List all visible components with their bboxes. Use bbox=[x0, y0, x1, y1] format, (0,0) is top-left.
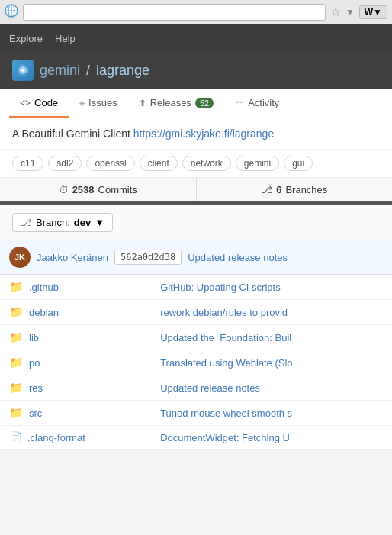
globe-icon bbox=[5, 4, 18, 20]
commits-stat[interactable]: ⏱ 2538 Commits bbox=[0, 178, 197, 201]
repo-name-link[interactable]: lagrange bbox=[96, 63, 149, 79]
commit-row: JK Jaakko Keränen 562a0d2d38 Updated rel… bbox=[0, 240, 392, 275]
branch-area: ⎇ Branch: dev ▼ bbox=[0, 205, 392, 240]
tab-code[interactable]: <> Code bbox=[9, 89, 69, 118]
chevron-down-icon[interactable]: ▼ bbox=[345, 7, 355, 18]
star-icon[interactable]: ☆ bbox=[330, 5, 341, 19]
folder-icon: 📁 bbox=[9, 381, 24, 395]
folder-icon: 📁 bbox=[9, 406, 24, 420]
table-row: 📁 src Tuned mouse wheel smooth s bbox=[0, 401, 392, 426]
branch-chevron-icon: ▼ bbox=[95, 217, 104, 228]
tag-client[interactable]: client bbox=[140, 156, 178, 171]
stats-bar: ⏱ 2538 Commits ⎇ 6 Branches bbox=[0, 178, 392, 203]
file-name-link[interactable]: po bbox=[29, 357, 40, 369]
releases-badge: 52 bbox=[195, 98, 214, 108]
commits-icon: ⏱ bbox=[59, 184, 69, 195]
folder-icon: 📁 bbox=[9, 356, 24, 369]
file-name-link[interactable]: res bbox=[29, 382, 43, 394]
commits-label: Commits bbox=[98, 184, 137, 195]
branches-label: Branches bbox=[285, 184, 327, 195]
main-content: A Beautiful Gemini Client https://gmi.sk… bbox=[0, 118, 392, 450]
file-message-link[interactable]: Updated release notes bbox=[160, 382, 328, 394]
explore-link[interactable]: Explore bbox=[9, 33, 43, 44]
table-row: 📁 res Updated release notes bbox=[0, 375, 392, 401]
file-name-link[interactable]: debian bbox=[29, 307, 59, 318]
table-row: 📄 .clang-format DocumentWidget: Fetching… bbox=[0, 426, 392, 450]
folder-icon: 📁 bbox=[9, 330, 24, 344]
branch-name: dev bbox=[74, 217, 91, 228]
table-row: 📁 .github GitHub: Updating CI scripts bbox=[0, 275, 392, 300]
folder-icon: 📁 bbox=[9, 305, 24, 319]
table-row: 📁 debian rework debian/rules to provid bbox=[0, 300, 392, 325]
issues-icon: ⎈ bbox=[79, 98, 85, 108]
avatar: JK bbox=[9, 247, 31, 268]
description-text: A Beautiful Gemini Client bbox=[12, 127, 130, 140]
tag-gui[interactable]: gui bbox=[284, 156, 313, 171]
wikipedia-button[interactable]: W▼ bbox=[359, 5, 387, 19]
help-link[interactable]: Help bbox=[55, 33, 76, 44]
repo-header: gemini / lagrange bbox=[0, 52, 392, 89]
avatar-initials: JK bbox=[9, 247, 31, 268]
folder-icon: 📁 bbox=[9, 280, 24, 294]
file-message-link[interactable]: Updated the_Foundation: Buil bbox=[160, 332, 328, 343]
url-input[interactable]: https://git.skyjake.fi/gemini/lagrange bbox=[23, 4, 326, 21]
activity-icon: 〰 bbox=[235, 98, 244, 108]
code-icon: <> bbox=[20, 98, 31, 108]
tag-network[interactable]: network bbox=[182, 156, 231, 171]
tab-bar: <> Code ⎈ Issues ⬆ Releases 52 〰 Activit… bbox=[0, 89, 392, 118]
svg-point-6 bbox=[21, 69, 24, 72]
branches-icon: ⎇ bbox=[261, 184, 272, 195]
top-nav: Explore Help bbox=[0, 24, 392, 52]
tab-activity[interactable]: 〰 Activity bbox=[224, 89, 290, 118]
table-row: 📁 lib Updated the_Foundation: Buil bbox=[0, 325, 392, 350]
file-message-link[interactable]: Tuned mouse wheel smooth s bbox=[160, 408, 328, 419]
branch-selector[interactable]: ⎇ Branch: dev ▼ bbox=[12, 213, 113, 232]
tag-openssl[interactable]: openssl bbox=[86, 156, 134, 171]
file-name-link[interactable]: src bbox=[29, 408, 42, 419]
repo-icon bbox=[12, 60, 34, 81]
file-table: JK Jaakko Keränen 562a0d2d38 Updated rel… bbox=[0, 240, 392, 450]
tag-list: c11 sdl2 openssl client network gemini g… bbox=[0, 150, 392, 178]
branches-count: 6 bbox=[276, 184, 281, 195]
commit-author-link[interactable]: Jaakko Keränen bbox=[37, 252, 108, 263]
file-name-link[interactable]: .github bbox=[29, 282, 59, 293]
repo-owner-link[interactable]: gemini bbox=[40, 63, 80, 79]
file-message-link[interactable]: Translated using Weblate (Slo bbox=[160, 357, 328, 369]
branch-icon: ⎇ bbox=[21, 217, 32, 228]
tag-sdl2[interactable]: sdl2 bbox=[48, 156, 82, 171]
file-message-link[interactable]: rework debian/rules to provid bbox=[160, 307, 328, 318]
branch-label: Branch: bbox=[36, 217, 70, 228]
repo-separator: / bbox=[86, 63, 90, 79]
file-name-link[interactable]: lib bbox=[29, 332, 39, 343]
tag-c11[interactable]: c11 bbox=[12, 156, 43, 171]
tab-issues[interactable]: ⎈ Issues bbox=[69, 89, 128, 118]
description-link[interactable]: https://gmi.skyjake.fi/lagrange bbox=[133, 127, 274, 140]
commit-hash[interactable]: 562a0d2d38 bbox=[114, 250, 182, 265]
tab-releases[interactable]: ⬆ Releases 52 bbox=[128, 89, 224, 118]
file-name-link[interactable]: .clang-format bbox=[27, 432, 85, 443]
file-table-wrap: JK Jaakko Keränen 562a0d2d38 Updated rel… bbox=[0, 240, 392, 450]
releases-icon: ⬆ bbox=[139, 98, 146, 108]
table-row: 📁 po Translated using Weblate (Slo bbox=[0, 350, 392, 375]
file-message-link[interactable]: GitHub: Updating CI scripts bbox=[160, 282, 328, 293]
commit-message-link[interactable]: Updated release notes bbox=[188, 252, 288, 263]
repo-description: A Beautiful Gemini Client https://gmi.sk… bbox=[0, 118, 392, 150]
file-message-link[interactable]: DocumentWidget: Fetching U bbox=[160, 432, 328, 443]
address-bar: https://git.skyjake.fi/gemini/lagrange ☆… bbox=[0, 0, 392, 24]
branches-stat[interactable]: ⎇ 6 Branches bbox=[197, 178, 393, 201]
commits-count: 2538 bbox=[72, 184, 95, 195]
tag-gemini[interactable]: gemini bbox=[236, 156, 279, 171]
file-icon: 📄 bbox=[9, 431, 22, 443]
